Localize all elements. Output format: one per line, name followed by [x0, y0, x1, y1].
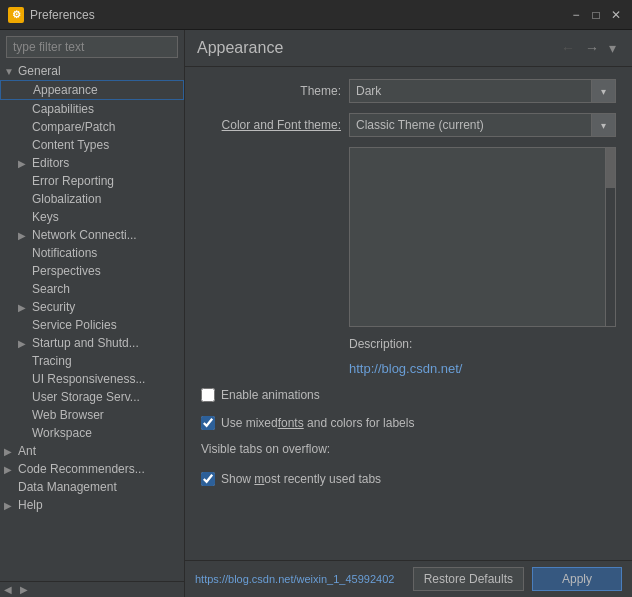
- description-url: http://blog.csdn.net/: [349, 361, 616, 376]
- title-bar: ⚙ Preferences − □ ✕: [0, 0, 632, 30]
- tree-item-label-editors: Editors: [32, 156, 180, 170]
- tree-item-service-policies[interactable]: Service Policies: [0, 316, 184, 334]
- theme-value: Dark: [350, 79, 591, 103]
- window-title: Preferences: [30, 8, 568, 22]
- tree-item-network-connection[interactable]: ▶Network Connecti...: [0, 226, 184, 244]
- status-link: https://blog.csdn.net/weixin_1_45992402: [195, 573, 405, 585]
- tree-item-general[interactable]: ▼General: [0, 62, 184, 80]
- app-icon: ⚙: [8, 7, 24, 23]
- expand-arrow-code-recommenders: ▶: [4, 464, 18, 475]
- tree-item-label-help: Help: [18, 498, 180, 512]
- mixed-fonts-checkbox-row: Use mixedfonts and colors for labels: [201, 414, 616, 432]
- tree-item-label-notifications: Notifications: [32, 246, 180, 260]
- enable-animations-checkbox[interactable]: [201, 388, 215, 402]
- theme-dropdown[interactable]: Dark ▾: [349, 79, 616, 103]
- theme-row: Theme: Dark ▾: [201, 79, 616, 103]
- tree-item-code-recommenders[interactable]: ▶Code Recommenders...: [0, 460, 184, 478]
- tree-item-appearance[interactable]: Appearance: [0, 80, 184, 100]
- filter-box: [0, 30, 184, 62]
- tree-item-error-reporting[interactable]: Error Reporting: [0, 172, 184, 190]
- tree-item-ui-responsiveness[interactable]: UI Responsiveness...: [0, 370, 184, 388]
- preview-scrollbar: [605, 148, 615, 326]
- tree-item-label-general: General: [18, 64, 180, 78]
- content-area: Theme: Dark ▾ Color and Font theme: Clas…: [185, 67, 632, 560]
- tree-item-web-browser[interactable]: Web Browser: [0, 406, 184, 424]
- tree-item-search[interactable]: Search: [0, 280, 184, 298]
- color-font-value: Classic Theme (current): [350, 113, 591, 137]
- tree-item-label-tracing: Tracing: [32, 354, 180, 368]
- tree-container[interactable]: ▼GeneralAppearanceCapabilitiesCompare/Pa…: [0, 62, 184, 581]
- minimize-button[interactable]: −: [568, 7, 584, 23]
- bottom-scroll-bar: ◀ ▶: [0, 581, 184, 597]
- tree-item-label-web-browser: Web Browser: [32, 408, 180, 422]
- visible-tabs-label: Visible tabs on overflow:: [201, 442, 616, 456]
- tree-item-capabilities[interactable]: Capabilities: [0, 100, 184, 118]
- tree-item-security[interactable]: ▶Security: [0, 298, 184, 316]
- tree-item-label-ant: Ant: [18, 444, 180, 458]
- show-recent-tabs-checkbox[interactable]: [201, 472, 215, 486]
- main-layout: ▼GeneralAppearanceCapabilitiesCompare/Pa…: [0, 30, 632, 597]
- left-panel: ▼GeneralAppearanceCapabilitiesCompare/Pa…: [0, 30, 185, 597]
- preview-scrollbar-thumb: [606, 148, 615, 188]
- maximize-button[interactable]: □: [588, 7, 604, 23]
- tree-item-compare-patch[interactable]: Compare/Patch: [0, 118, 184, 136]
- tree-item-ant[interactable]: ▶Ant: [0, 442, 184, 460]
- nav-menu-button[interactable]: ▾: [605, 38, 620, 58]
- tree-item-label-security: Security: [32, 300, 180, 314]
- expand-arrow-startup-shutdown: ▶: [18, 338, 32, 349]
- tree-item-label-globalization: Globalization: [32, 192, 180, 206]
- close-button[interactable]: ✕: [608, 7, 624, 23]
- expand-arrow-general: ▼: [4, 66, 18, 77]
- description-label: Description:: [349, 337, 616, 351]
- tree-item-label-service-policies: Service Policies: [32, 318, 180, 332]
- tree-item-perspectives[interactable]: Perspectives: [0, 262, 184, 280]
- use-mixed-fonts-label: Use mixedfonts and colors for labels: [221, 416, 414, 430]
- color-font-dropdown-arrow[interactable]: ▾: [591, 114, 615, 136]
- tree-item-label-ui-responsiveness: UI Responsiveness...: [32, 372, 180, 386]
- color-font-label: Color and Font theme:: [201, 118, 341, 132]
- scroll-right-button[interactable]: ▶: [16, 582, 32, 598]
- tree-item-globalization[interactable]: Globalization: [0, 190, 184, 208]
- tree-item-keys[interactable]: Keys: [0, 208, 184, 226]
- forward-button[interactable]: →: [581, 38, 603, 58]
- color-font-row: Color and Font theme: Classic Theme (cur…: [201, 113, 616, 137]
- window-controls: − □ ✕: [568, 7, 624, 23]
- tree-item-label-network-connection: Network Connecti...: [32, 228, 180, 242]
- theme-dropdown-arrow[interactable]: ▾: [591, 80, 615, 102]
- tree-item-content-types[interactable]: Content Types: [0, 136, 184, 154]
- back-button[interactable]: ←: [557, 38, 579, 58]
- tree-item-label-startup-shutdown: Startup and Shutd...: [32, 336, 180, 350]
- tree-item-label-error-reporting: Error Reporting: [32, 174, 180, 188]
- tree-item-user-storage[interactable]: User Storage Serv...: [0, 388, 184, 406]
- tree-item-notifications[interactable]: Notifications: [0, 244, 184, 262]
- tree-item-label-code-recommenders: Code Recommenders...: [18, 462, 180, 476]
- tree-item-label-search: Search: [32, 282, 180, 296]
- apply-button[interactable]: Apply: [532, 567, 622, 591]
- animations-checkbox-row: Enable animations: [201, 386, 616, 404]
- scroll-left-button[interactable]: ◀: [0, 582, 16, 598]
- tree-item-help[interactable]: ▶Help: [0, 496, 184, 514]
- use-mixed-fonts-checkbox[interactable]: [201, 416, 215, 430]
- expand-arrow-editors: ▶: [18, 158, 32, 169]
- tree-item-label-perspectives: Perspectives: [32, 264, 180, 278]
- tree-item-label-appearance: Appearance: [33, 83, 179, 97]
- enable-animations-label: Enable animations: [221, 388, 320, 402]
- tree-item-data-management[interactable]: Data Management: [0, 478, 184, 496]
- expand-arrow-ant: ▶: [4, 446, 18, 457]
- expand-arrow-network-connection: ▶: [18, 230, 32, 241]
- tree-item-workspace[interactable]: Workspace: [0, 424, 184, 442]
- right-panel: Appearance ← → ▾ Theme: Dark ▾ Color and…: [185, 30, 632, 597]
- tree-item-label-compare-patch: Compare/Patch: [32, 120, 180, 134]
- show-recent-tabs-label: Show most recently used tabs: [221, 472, 381, 486]
- tree-item-editors[interactable]: ▶Editors: [0, 154, 184, 172]
- color-font-dropdown[interactable]: Classic Theme (current) ▾: [349, 113, 616, 137]
- tree-item-label-content-types: Content Types: [32, 138, 180, 152]
- recent-tabs-checkbox-row: Show most recently used tabs: [201, 470, 616, 488]
- theme-label: Theme:: [201, 84, 341, 98]
- header-nav-buttons: ← → ▾: [557, 38, 620, 58]
- tree-item-startup-shutdown[interactable]: ▶Startup and Shutd...: [0, 334, 184, 352]
- expand-arrow-help: ▶: [4, 500, 18, 511]
- restore-defaults-button[interactable]: Restore Defaults: [413, 567, 524, 591]
- tree-item-tracing[interactable]: Tracing: [0, 352, 184, 370]
- filter-input[interactable]: [6, 36, 178, 58]
